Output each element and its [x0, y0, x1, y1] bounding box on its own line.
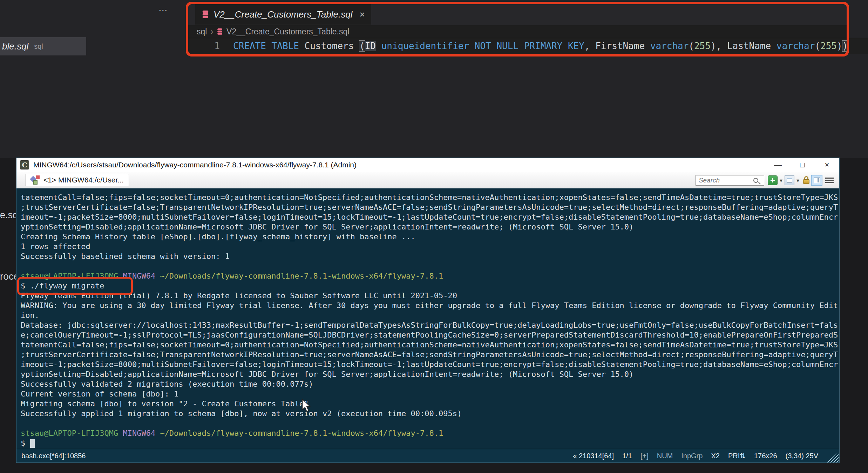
- tab-v2-create-customers-table[interactable]: V2__Create_Customers_Table.sql ×: [195, 4, 371, 25]
- close-button[interactable]: ×: [815, 158, 839, 172]
- terminal-tab-label: <1> MINGW64:/c/User...: [43, 176, 124, 184]
- status-process: bash.exe[*64]:10856: [21, 452, 86, 460]
- breadcrumb-folder[interactable]: sql: [197, 27, 207, 36]
- database-icon: [202, 10, 209, 19]
- search-box[interactable]: [696, 175, 764, 186]
- editor-more-actions-icon[interactable]: ⋯: [158, 5, 169, 16]
- search-input[interactable]: [699, 176, 753, 184]
- status-indicators: « 210314[64]1/1[+]NUMInpGrpX2PRI⇅176x26(…: [573, 452, 827, 460]
- resize-grip[interactable]: [827, 452, 839, 462]
- file-list-item-partial[interactable]: ble.sql sql: [0, 37, 86, 55]
- panel-icon: [814, 178, 820, 183]
- new-console-button[interactable]: +: [768, 175, 778, 185]
- terminal-toolbar: + ▾ ▾: [696, 173, 836, 187]
- terminal-window: C MINGW64:/c/Users/stsau/Downloads/flywa…: [16, 158, 839, 462]
- git-bash-icon: [31, 175, 40, 185]
- terminal-status-bar: bash.exe[*64]:10856 « 210314[64]1/1[+]NU…: [16, 449, 839, 462]
- breadcrumb-separator: ›: [210, 27, 213, 36]
- ui-fragment-text: e.sq: [0, 210, 18, 221]
- chevron-down-icon[interactable]: ▾: [778, 177, 785, 184]
- lock-icon[interactable]: [803, 176, 810, 185]
- breadcrumb-file[interactable]: V2__Create_Customers_Table.sql: [226, 27, 349, 36]
- sidebar-toggle-button[interactable]: [811, 175, 822, 186]
- terminal-tab-mingw64[interactable]: <1> MINGW64:/c/User...: [26, 174, 129, 186]
- terminal-output[interactable]: tatementCall=false;fips=false;socketTime…: [16, 188, 839, 449]
- mouse-cursor: [301, 399, 313, 413]
- line-number: 1: [188, 41, 233, 51]
- chevron-down-icon[interactable]: ▾: [794, 177, 801, 184]
- minimize-button[interactable]: —: [766, 158, 790, 172]
- terminal-title: MINGW64:/c/Users/stsau/Downloads/flyway-…: [33, 161, 357, 169]
- screen: ⋯ ble.sql sql e.sq roce V2__Create_Custo…: [0, 0, 868, 473]
- editor-code-line[interactable]: 1 CREATE TABLE Customers (ID uniqueident…: [188, 38, 868, 54]
- conemu-app-icon: C: [20, 160, 29, 169]
- database-icon: [217, 28, 223, 35]
- file-language-badge: sql: [34, 42, 43, 51]
- menu-icon[interactable]: [825, 178, 834, 183]
- pane-icon: [787, 178, 792, 183]
- breadcrumb[interactable]: sql › V2__Create_Customers_Table.sql: [188, 25, 848, 38]
- tab-title: V2__Create_Customers_Table.sql: [213, 9, 353, 20]
- sql-statement: CREATE TABLE Customers (ID uniqueidentif…: [233, 41, 848, 51]
- editor-tab-bar: V2__Create_Customers_Table.sql ×: [188, 3, 848, 25]
- file-name-fragment: ble.sql: [2, 41, 28, 52]
- terminal-title-bar[interactable]: C MINGW64:/c/Users/stsau/Downloads/flywa…: [16, 158, 839, 172]
- search-icon: [753, 178, 758, 183]
- maximize-button[interactable]: □: [790, 158, 815, 172]
- window-pane-button[interactable]: [785, 175, 794, 185]
- tab-close-icon[interactable]: ×: [360, 9, 365, 20]
